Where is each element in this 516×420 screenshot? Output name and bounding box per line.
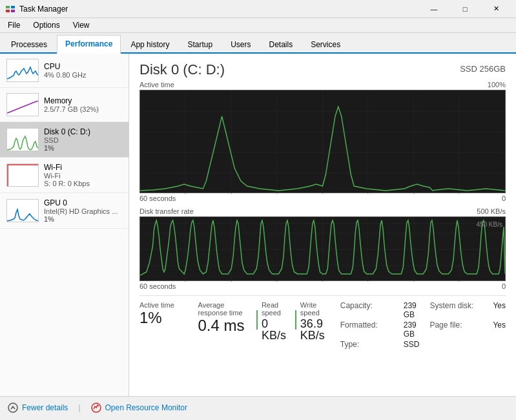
cpu-title: CPU <box>44 62 122 71</box>
read-bar <box>256 310 258 330</box>
wifi-sub2: S: 0 R: 0 Kbps <box>44 180 122 187</box>
tab-details[interactable]: Details <box>260 36 301 54</box>
close-button[interactable]: ✕ <box>481 0 511 18</box>
title-bar: Task Manager — □ ✕ <box>0 0 516 18</box>
upper-chart-bottom-left: 60 seconds <box>139 194 176 202</box>
svg-rect-0 <box>6 6 10 8</box>
svg-rect-3 <box>11 10 15 12</box>
stat-speeds: Read speed 0 KB/s Write speed 36.9 KB/s <box>256 301 340 349</box>
svg-rect-2 <box>6 10 10 12</box>
info-capacity: Capacity: 239 GB <box>340 301 420 319</box>
upper-chart-svg <box>140 90 505 194</box>
stat-response-label: Average response time <box>198 301 249 317</box>
disk-info: Disk 0 (C: D:) SSD 1% <box>44 127 122 152</box>
bottom-bar: Fewer details | Open Resource Monitor <box>0 396 516 418</box>
fewer-details-link[interactable]: Fewer details <box>8 403 68 413</box>
minimize-button[interactable]: — <box>419 0 449 18</box>
tab-performance[interactable]: Performance <box>57 35 121 54</box>
stat-response-value: 0.4 ms <box>198 318 249 333</box>
menu-view[interactable]: View <box>68 19 95 31</box>
panel-title: Disk 0 (C: D:) <box>139 61 225 78</box>
tab-services[interactable]: Services <box>302 36 349 54</box>
svg-rect-4 <box>7 164 39 187</box>
stats-row: Active time 1% Average response time 0.4… <box>139 295 506 349</box>
info-formatted-value: 239 GB <box>404 320 420 339</box>
main-content: CPU 4% 0.80 GHz Memory 2.5/7.7 GB (32%) <box>0 54 516 396</box>
lower-chart-label-right: 500 KB/s <box>477 207 506 215</box>
disk-title: Disk 0 (C: D:) <box>44 127 122 136</box>
stat-write-label: Write speed <box>300 301 333 317</box>
sidebar-item-cpu[interactable]: CPU 4% 0.80 GHz <box>0 54 129 88</box>
gpu-info: GPU 0 Intel(R) HD Graphics ... 1% <box>44 198 122 223</box>
stat-active-time-label: Active time <box>139 301 191 309</box>
upper-chart-section: Active time 100% <box>139 81 506 202</box>
info-type-value: SSD <box>404 340 420 349</box>
sidebar-item-disk[interactable]: Disk 0 (C: D:) SSD 1% <box>0 122 129 158</box>
info-grid: Capacity: 239 GB System disk: Yes Format… <box>340 301 506 349</box>
panel-header: Disk 0 (C: D:) SSD 256GB <box>139 61 506 78</box>
lower-chart-label-left: Disk transfer rate <box>139 207 194 215</box>
memory-thumb <box>6 93 39 116</box>
upper-chart-bottom-right: 0 <box>502 194 506 202</box>
open-resource-monitor-link[interactable]: Open Resource Monitor <box>91 403 187 413</box>
memory-info: Memory 2.5/7.7 GB (32%) <box>44 96 122 113</box>
cpu-info: CPU 4% 0.80 GHz <box>44 62 122 79</box>
right-panel: Disk 0 (C: D:) SSD 256GB Active time 100… <box>129 54 516 396</box>
fewer-details-label: Fewer details <box>22 403 68 412</box>
lower-chart-bottom-right: 0 <box>502 282 506 290</box>
info-page-file-value: Yes <box>493 320 506 339</box>
stat-read-label: Read speed <box>262 301 286 317</box>
panel-type: SSD 256GB <box>460 64 506 74</box>
task-manager-icon <box>5 4 15 14</box>
lower-chart-bottom-row: 60 seconds 0 <box>139 282 506 290</box>
info-capacity-label: Capacity: <box>340 301 398 319</box>
info-formatted: Formatted: 239 GB <box>340 320 420 339</box>
cpu-thumb <box>6 59 39 82</box>
disk-sub: SSD <box>44 136 122 144</box>
sidebar: CPU 4% 0.80 GHz Memory 2.5/7.7 GB (32%) <box>0 54 129 396</box>
info-system-disk-value: Yes <box>493 301 506 319</box>
gpu-title: GPU 0 <box>44 198 122 207</box>
upper-chart-label-row: Active time 100% <box>139 81 506 89</box>
chevron-up-icon <box>8 403 18 413</box>
lower-chart-section: Disk transfer rate 500 KB/s <box>139 207 506 290</box>
menu-options[interactable]: Options <box>28 19 65 31</box>
wifi-sub: Wi-Fi <box>44 172 122 180</box>
bottom-separator: | <box>78 403 80 412</box>
info-system-disk: System disk: Yes <box>429 301 506 319</box>
memory-sub: 2.5/7.7 GB (32%) <box>44 105 122 113</box>
title-bar-left: Task Manager <box>5 4 68 14</box>
resource-monitor-icon <box>91 403 101 413</box>
title-bar-title: Task Manager <box>19 5 68 14</box>
svg-point-28 <box>8 403 17 412</box>
tab-app-history[interactable]: App history <box>122 36 178 54</box>
info-system-disk-label: System disk: <box>429 301 488 319</box>
upper-chart-container <box>139 90 506 193</box>
lower-chart-svg <box>140 217 505 282</box>
memory-title: Memory <box>44 96 122 105</box>
stat-write-value: 36.9 KB/s <box>300 318 333 341</box>
stat-active-time-value: 1% <box>139 310 191 326</box>
open-resource-monitor-label: Open Resource Monitor <box>105 403 187 412</box>
lower-chart-container: 450 KB/s <box>139 216 506 281</box>
wifi-title: Wi-Fi <box>44 163 122 172</box>
write-bar <box>295 310 296 330</box>
sidebar-item-memory[interactable]: Memory 2.5/7.7 GB (32%) <box>0 88 129 122</box>
stat-response: Average response time 0.4 ms <box>198 301 257 349</box>
tab-users[interactable]: Users <box>222 36 259 54</box>
sidebar-item-gpu[interactable]: GPU 0 Intel(R) HD Graphics ... 1% <box>0 193 129 229</box>
tab-bar: Processes Performance App history Startu… <box>0 33 516 54</box>
sidebar-item-wifi[interactable]: Wi-Fi Wi-Fi S: 0 R: 0 Kbps <box>0 158 129 193</box>
stat-write-block: Write speed 36.9 KB/s <box>300 301 333 349</box>
info-page-file: Page file: Yes <box>429 320 506 339</box>
upper-chart-label-right: 100% <box>488 81 506 89</box>
menu-file[interactable]: File <box>3 19 25 31</box>
gpu-sub: Intel(R) HD Graphics ... <box>44 207 122 215</box>
disk-thumb <box>6 128 39 151</box>
info-formatted-label: Formatted: <box>340 320 398 339</box>
tab-startup[interactable]: Startup <box>179 36 221 54</box>
tab-processes[interactable]: Processes <box>3 36 56 54</box>
maximize-button[interactable]: □ <box>450 0 480 18</box>
upper-chart-bottom-row: 60 seconds 0 <box>139 194 506 202</box>
info-page-file-label: Page file: <box>429 320 488 339</box>
